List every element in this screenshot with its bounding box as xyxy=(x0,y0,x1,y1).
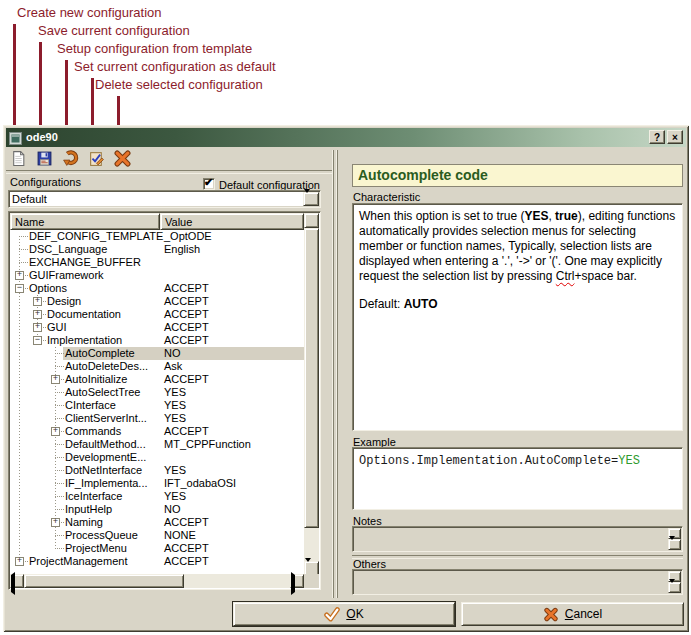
ok-button[interactable]: OK xyxy=(233,602,455,626)
tree-row-name: GUI xyxy=(47,321,67,334)
configurations-label: Configurations xyxy=(10,176,81,188)
title-bar[interactable]: ode90 ? × xyxy=(6,128,686,147)
tree-row[interactable]: +ProjectManagementACCEPT xyxy=(10,555,304,568)
tree-row[interactable]: −OptionsACCEPT xyxy=(10,282,304,295)
expand-icon[interactable]: + xyxy=(51,518,60,527)
notes-field[interactable] xyxy=(352,526,683,552)
column-header-value[interactable]: Value xyxy=(160,213,304,230)
save-configuration-button[interactable] xyxy=(36,150,53,167)
toolbar-separator xyxy=(6,170,332,174)
tree-row[interactable]: DSC_LanguageEnglish xyxy=(10,243,304,256)
tree-row[interactable]: +DocumentationACCEPT xyxy=(10,308,304,321)
scroll-left-button[interactable] xyxy=(10,574,24,588)
configuration-select[interactable]: Default xyxy=(8,190,321,208)
setup-from-template-button[interactable] xyxy=(62,150,79,167)
tree-row-name: IceInterface xyxy=(65,490,122,503)
vertical-scrollbar-thumb[interactable] xyxy=(304,228,319,528)
close-button[interactable]: × xyxy=(667,130,683,144)
tree-row[interactable]: ClientServerInt...YES xyxy=(10,412,304,425)
tree-row-name: InputHelp xyxy=(65,503,112,516)
expand-icon[interactable]: + xyxy=(33,323,42,332)
example-code-prefix: Options.Implementation.AutoComplete= xyxy=(359,454,618,468)
example-code-value: YES xyxy=(618,454,640,468)
tree-row-name: ProjectManagement xyxy=(29,555,127,568)
horizontal-scrollbar-thumb[interactable] xyxy=(24,574,184,588)
tree-row-name: IF_Implementa... xyxy=(65,477,148,490)
panel-splitter[interactable] xyxy=(332,150,338,598)
tree-row[interactable]: IF_Implementa...IFT_odabaOSI xyxy=(10,477,304,490)
tree-row[interactable]: CInterfaceYES xyxy=(10,399,304,412)
tree-row[interactable]: ProcessQueueNONE xyxy=(10,529,304,542)
collapse-icon[interactable]: − xyxy=(15,284,24,293)
arrow-left-icon xyxy=(11,572,15,595)
tree-row[interactable]: EXCHANGE_BUFFER xyxy=(10,256,304,269)
expand-icon[interactable]: + xyxy=(33,310,42,319)
combo-dropdown-button[interactable] xyxy=(303,192,319,206)
tree-row[interactable]: +DesignACCEPT xyxy=(10,295,304,308)
tree-row[interactable]: DefaultMethod...MT_CPPFunction xyxy=(10,438,304,451)
tree-row[interactable]: IceInterfaceYES xyxy=(10,490,304,503)
tree-row-name: AutoComplete xyxy=(65,347,135,360)
tree-row[interactable]: +CommandsACCEPT xyxy=(10,425,304,438)
others-spinner[interactable] xyxy=(668,571,681,593)
scroll-up-button[interactable] xyxy=(304,213,319,228)
spin-down-button[interactable] xyxy=(668,539,681,550)
tree-row[interactable]: ProjectMenuACCEPT xyxy=(10,542,304,555)
tree-connector xyxy=(55,353,64,354)
tree-row[interactable]: +AutoInitializeACCEPT xyxy=(10,373,304,386)
tree-row-value: ACCEPT xyxy=(164,282,209,295)
delete-configuration-button[interactable] xyxy=(114,150,131,167)
example-code: Options.Implementation.AutoComplete=YES xyxy=(352,447,683,510)
tree-connector xyxy=(55,496,64,497)
tree-row-value: MT_CPPFunction xyxy=(164,438,251,451)
spin-down-button[interactable] xyxy=(668,582,681,593)
tree-connector xyxy=(55,405,64,406)
tree-connector xyxy=(55,418,64,419)
tree-row-value: _OptODE xyxy=(164,230,212,243)
tree-row[interactable]: AutoSelectTreeYES xyxy=(10,386,304,399)
tree-row-value: ACCEPT xyxy=(164,373,209,386)
notes-spinner[interactable] xyxy=(668,528,681,550)
expand-icon[interactable]: + xyxy=(15,557,24,566)
arrow-down-icon xyxy=(669,536,675,557)
tree-connector xyxy=(55,483,64,484)
tree-row[interactable]: −ImplementationACCEPT xyxy=(10,334,304,347)
collapse-icon[interactable]: − xyxy=(33,336,42,345)
tree-row[interactable]: +GUIFramework xyxy=(10,269,304,282)
tree-row[interactable]: InputHelpNO xyxy=(10,503,304,516)
arrow-down-icon xyxy=(669,579,675,600)
tree-row-name: DevelopmentE... xyxy=(65,451,146,464)
tree-row-value: ACCEPT xyxy=(164,542,209,555)
tree-connector xyxy=(19,249,28,250)
tree-row[interactable]: DotNetInterfaceYES xyxy=(10,464,304,477)
tree-horizontal-scrollbar[interactable] xyxy=(10,574,304,588)
window-icon xyxy=(9,131,22,144)
scroll-right-button[interactable] xyxy=(290,574,304,588)
tree-vertical-scrollbar[interactable] xyxy=(304,213,319,576)
tree-connector xyxy=(55,366,64,367)
default-configuration-checkbox[interactable]: ✔ xyxy=(203,178,215,190)
window-title: ode90 xyxy=(26,131,58,143)
tree-connector xyxy=(55,457,64,458)
tree-row[interactable]: AutoCompleteNO xyxy=(10,347,304,360)
tree-row[interactable]: DEF_CONFIG_TEMPLATE_OptODE xyxy=(10,230,304,243)
tree-row[interactable]: +GUIACCEPT xyxy=(10,321,304,334)
expand-icon[interactable]: + xyxy=(51,427,60,436)
tree-row[interactable]: AutoDeleteDes...Ask xyxy=(10,360,304,373)
new-configuration-button[interactable] xyxy=(10,150,27,167)
cancel-button[interactable]: Cancel xyxy=(461,602,684,626)
help-button[interactable]: ? xyxy=(649,130,665,144)
tree-row-value: YES xyxy=(164,399,186,412)
set-default-configuration-button[interactable] xyxy=(88,150,105,167)
characteristic-label: Characteristic xyxy=(353,191,420,203)
others-field[interactable] xyxy=(352,569,683,595)
tree-row[interactable]: +NamingACCEPT xyxy=(10,516,304,529)
tree-connector xyxy=(55,548,64,549)
tree-connector xyxy=(55,535,64,536)
expand-icon[interactable]: + xyxy=(15,271,24,280)
column-header-name[interactable]: Name xyxy=(10,213,160,230)
tree-row[interactable]: DevelopmentE... xyxy=(10,451,304,464)
expand-icon[interactable]: + xyxy=(33,297,42,306)
template-icon xyxy=(62,150,79,167)
expand-icon[interactable]: + xyxy=(51,375,60,384)
